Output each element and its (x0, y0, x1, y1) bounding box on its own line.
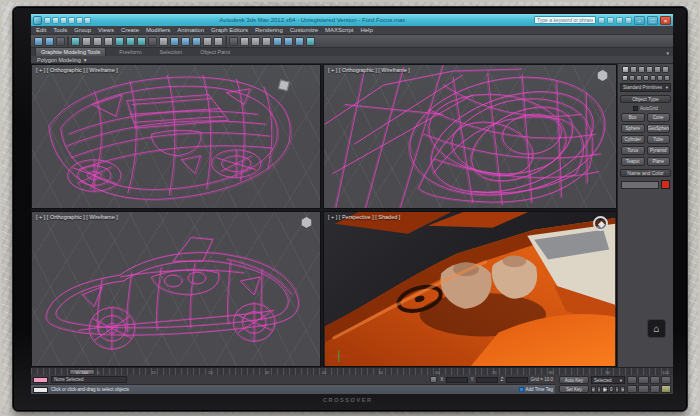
menu-item-tools[interactable]: Tools (53, 27, 67, 33)
motion-tab-icon[interactable] (646, 66, 653, 73)
auto-key-button[interactable]: Auto Key (559, 376, 589, 384)
menu-item-maxscript[interactable]: MAXScript (325, 27, 353, 33)
go-to-start-button[interactable]: « (591, 386, 596, 393)
teapot-button[interactable]: Teapot (621, 157, 645, 166)
viewcube-home-icon[interactable] (593, 216, 608, 231)
home-icon[interactable]: ⌂ (647, 319, 666, 338)
percent-snap-icon[interactable] (192, 37, 201, 46)
bind-spacewarp-icon[interactable] (56, 37, 65, 46)
communication-center-icon[interactable] (607, 17, 614, 24)
viewport-top-right[interactable]: [ + ] [ Orthographic ] [ Wireframe ] (323, 64, 617, 209)
infocenter-search-input[interactable] (534, 16, 596, 24)
display-tab-icon[interactable] (654, 66, 661, 73)
selection-lock-icon[interactable] (430, 376, 437, 383)
menu-item-modifiers[interactable]: Modifiers (146, 27, 170, 33)
helpers-category-icon[interactable] (650, 75, 656, 81)
polygon-modeling-panel-title[interactable]: Polygon Modeling (37, 57, 81, 63)
use-pivot-center-icon[interactable] (159, 37, 168, 46)
curve-editor-icon[interactable] (251, 37, 260, 46)
pan-view-icon[interactable] (638, 385, 648, 393)
select-link-icon[interactable] (34, 37, 43, 46)
schematic-view-icon[interactable] (262, 37, 271, 46)
menu-item-animation[interactable]: Animation (177, 27, 204, 33)
graphite-ribbon-toggle-icon[interactable] (240, 37, 249, 46)
x-coordinate-field[interactable] (446, 377, 468, 383)
align-icon[interactable] (214, 37, 223, 46)
rectangular-selection-icon[interactable] (93, 37, 102, 46)
maximize-button[interactable]: □ (647, 16, 658, 25)
name-and-color-rollout[interactable]: Name and Color (620, 169, 671, 177)
material-editor-icon[interactable] (273, 37, 282, 46)
cameras-category-icon[interactable] (643, 75, 649, 81)
create-tab-icon[interactable] (622, 66, 629, 73)
zoom-all-icon[interactable] (638, 376, 648, 384)
panel-expand-icon[interactable]: ▾ (84, 57, 87, 63)
close-button[interactable]: × (660, 16, 671, 25)
select-rotate-icon[interactable] (126, 37, 135, 46)
systems-category-icon[interactable] (664, 75, 670, 81)
save-file-icon[interactable] (60, 17, 67, 24)
help-icon[interactable] (625, 17, 632, 24)
menu-item-views[interactable]: Views (98, 27, 114, 33)
zoom-extents-icon[interactable] (650, 376, 660, 384)
zoom-icon[interactable] (627, 376, 637, 384)
redo-icon[interactable] (76, 17, 83, 24)
track-bar[interactable]: 0 / 100 0 10 20 30 40 50 60 70 80 90 100 (31, 367, 673, 375)
go-to-end-button[interactable]: » (620, 386, 625, 393)
maxscript-mini-listener-script[interactable] (33, 387, 48, 393)
viewport-top-left[interactable]: [ + ] [ Orthographic ] [ Wireframe ] (31, 64, 321, 209)
search-icon[interactable] (598, 17, 605, 24)
select-object-icon[interactable] (71, 37, 80, 46)
cylinder-button[interactable]: Cylinder (621, 135, 645, 144)
tab-graphite-modeling-tools[interactable]: Graphite Modeling Tools (35, 47, 106, 56)
zoom-extents-all-icon[interactable] (661, 376, 671, 384)
viewport-label[interactable]: [ + ] [ Orthographic ] [ Wireframe ] (36, 67, 118, 73)
viewport-label[interactable]: [ + ] [ Orthographic ] [ Wireframe ] (328, 67, 410, 73)
field-of-view-icon[interactable] (627, 385, 637, 393)
menu-item-customize[interactable]: Customize (290, 27, 318, 33)
sphere-button[interactable]: Sphere (621, 124, 645, 133)
viewport-label[interactable]: [ + ] [ Perspective ] [ Shaded ] (328, 214, 400, 220)
open-file-icon[interactable] (52, 17, 59, 24)
maximize-viewport-toggle-icon[interactable] (661, 385, 671, 393)
orbit-icon[interactable] (650, 385, 660, 393)
utilities-tab-icon[interactable] (662, 66, 669, 73)
mirror-icon[interactable] (203, 37, 212, 46)
previous-frame-button[interactable]: ‹ (597, 386, 602, 393)
lights-category-icon[interactable] (636, 75, 642, 81)
layer-manager-icon[interactable] (229, 37, 238, 46)
viewport-label[interactable]: [ + ] [ Orthographic ] [ Wireframe ] (36, 214, 118, 220)
select-move-icon[interactable] (115, 37, 124, 46)
angle-snap-icon[interactable] (181, 37, 190, 46)
cone-button[interactable]: Cone (647, 113, 671, 122)
select-by-name-icon[interactable] (82, 37, 91, 46)
tab-freeform[interactable]: Freeform (114, 48, 146, 56)
menu-item-create[interactable]: Create (121, 27, 139, 33)
modify-tab-icon[interactable] (630, 66, 637, 73)
primitive-category-dropdown[interactable]: Standard Primitives ▾ (620, 83, 671, 92)
window-crossing-icon[interactable] (104, 37, 113, 46)
play-button[interactable]: ▶ (602, 386, 607, 393)
current-frame-field[interactable]: 0 (609, 386, 614, 393)
box-button[interactable]: Box (621, 113, 645, 122)
next-frame-button[interactable]: › (615, 386, 620, 393)
application-menu-button[interactable] (33, 16, 42, 25)
time-tag[interactable]: Add Time Tag (519, 387, 553, 392)
rendered-frame-window-icon[interactable] (295, 37, 304, 46)
tab-selection[interactable]: Selection (155, 48, 188, 56)
snap-toggle-icon[interactable] (170, 37, 179, 46)
geosphere-button[interactable]: GeoSphere (647, 124, 671, 133)
y-coordinate-field[interactable] (476, 377, 498, 383)
hierarchy-tab-icon[interactable] (638, 66, 645, 73)
pyramid-button[interactable]: Pyramid (647, 146, 671, 155)
reference-coordinate-dropdown[interactable] (148, 37, 157, 46)
render-production-icon[interactable] (306, 37, 315, 46)
new-scene-icon[interactable] (44, 17, 51, 24)
favorites-icon[interactable] (616, 17, 623, 24)
unlink-selection-icon[interactable] (45, 37, 54, 46)
undo-icon[interactable] (68, 17, 75, 24)
menu-item-edit[interactable]: Edit (36, 27, 46, 33)
project-folder-icon[interactable] (84, 17, 91, 24)
viewport-bottom-right[interactable]: [ + ] [ Perspective ] [ Shaded ] (323, 211, 617, 367)
menu-item-help[interactable]: Help (360, 27, 372, 33)
